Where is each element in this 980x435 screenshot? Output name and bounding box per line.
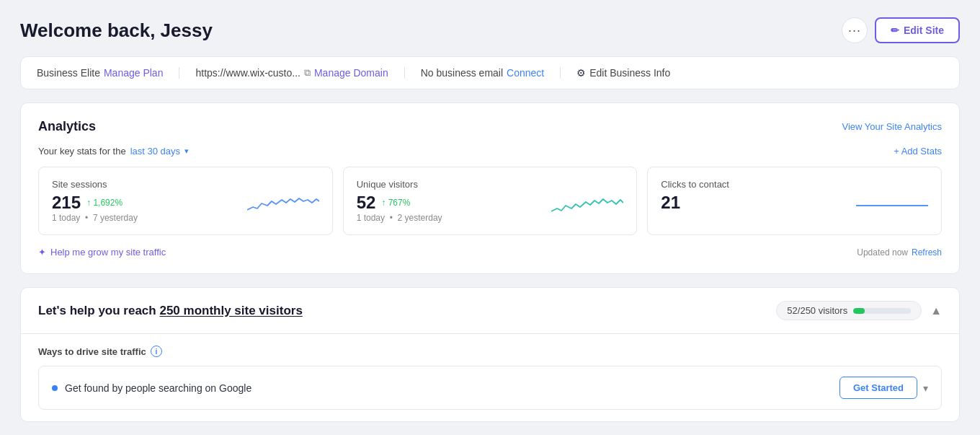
ways-section: Ways to drive site traffic i Get found b… (21, 334, 959, 421)
gear-icon: ⚙ (576, 67, 586, 79)
ways-header: Ways to drive site traffic i (38, 346, 942, 357)
chevron-down-icon: ▾ (184, 146, 189, 156)
domain-info: https://www.wix-custo... ⧉ Manage Domain (195, 67, 404, 79)
period-dropdown[interactable]: last 30 days (130, 146, 180, 157)
stat-sub-visitors: 1 today • 2 yesterday (357, 213, 442, 223)
google-row-text: Get found by people searching on Google (65, 382, 251, 394)
manage-domain-link[interactable]: Manage Domain (314, 67, 388, 79)
more-icon: ··· (848, 23, 861, 38)
page-title: Welcome back, Jessy (20, 19, 213, 42)
stat-sub-sessions: 1 today • 7 yesterday (52, 213, 138, 223)
analytics-title: Analytics (38, 119, 96, 134)
analytics-footer: ✦ Help me grow my site traffic Updated n… (38, 247, 942, 258)
bullet-dot (52, 385, 58, 391)
reach-header: Let's help you reach 250 monthly site vi… (21, 288, 959, 334)
google-row-left: Get found by people searching on Google (52, 382, 251, 394)
stat-left-clicks: 21 (661, 193, 680, 213)
stats-period-header: Your key stats for the last 30 days ▾ + … (38, 146, 942, 157)
email-info: No business email Connect (421, 67, 561, 79)
connect-email-link[interactable]: Connect (507, 67, 544, 79)
stat-chart-clicks (680, 193, 928, 219)
header-actions: ··· ✏ Edit Site (842, 17, 960, 43)
stat-chart-visitors (442, 193, 624, 219)
reach-card: Let's help you reach 250 monthly site vi… (20, 287, 960, 422)
external-link-icon: ⧉ (304, 67, 311, 79)
analytics-card: Analytics View Your Site Analytics Your … (20, 102, 960, 274)
get-started-button[interactable]: Get Started (839, 377, 917, 399)
google-row-right: Get Started ▾ (839, 377, 928, 399)
visitors-badge: 52/250 visitors (776, 301, 922, 320)
stat-card-visitors: Unique visitors 52 ↑ 767% 1 today • 2 ye… (343, 167, 638, 235)
period-text: Your key stats for the (38, 146, 126, 157)
stat-label-clicks: Clicks to contact (661, 179, 928, 190)
no-email-label: No business email (421, 67, 503, 79)
view-analytics-link[interactable]: View Your Site Analytics (842, 121, 942, 132)
info-icon[interactable]: i (151, 346, 162, 357)
stat-card-clicks: Clicks to contact 21 (647, 167, 942, 235)
stat-change-sessions: ↑ 1,692% (86, 198, 122, 208)
stat-card-sessions: Site sessions 215 ↑ 1,692% 1 today • 7 y… (38, 167, 333, 235)
edit-icon: ✏ (891, 25, 899, 36)
plan-info: Business Elite Manage Plan (37, 67, 179, 79)
reach-title: Let's help you reach 250 monthly site vi… (38, 304, 303, 318)
google-row: Get found by people searching on Google … (38, 366, 942, 410)
analytics-header: Analytics View Your Site Analytics (38, 119, 942, 134)
stat-label-visitors: Unique visitors (357, 179, 624, 190)
stat-value-sessions: 215 (52, 193, 81, 213)
stat-label-sessions: Site sessions (52, 179, 319, 190)
manage-plan-link[interactable]: Manage Plan (104, 67, 164, 79)
page-header: Welcome back, Jessy ··· ✏ Edit Site (20, 17, 960, 43)
stat-value-row-clicks: 21 (661, 193, 680, 213)
updated-status: Updated now Refresh (857, 247, 942, 258)
stat-value-row-visitors: 52 ↑ 767% (357, 193, 442, 213)
stat-value-clicks: 21 (661, 193, 680, 213)
stats-period: Your key stats for the last 30 days ▾ (38, 146, 189, 157)
edit-business-label[interactable]: Edit Business Info (589, 67, 670, 79)
expand-row-button[interactable]: ▾ (923, 382, 928, 394)
stat-value-row-sessions: 215 ↑ 1,692% (52, 193, 138, 213)
stat-main-row-visitors: 52 ↑ 767% 1 today • 2 yesterday (357, 193, 624, 223)
stat-left-sessions: 215 ↑ 1,692% 1 today • 7 yesterday (52, 193, 138, 223)
progress-bar (853, 308, 911, 314)
stat-change-visitors: ↑ 767% (381, 198, 410, 208)
progress-bar-fill (853, 308, 865, 314)
stat-chart-sessions (138, 193, 319, 219)
info-bar: Business Elite Manage Plan https://www.w… (20, 56, 960, 89)
stat-value-visitors: 52 (357, 193, 376, 213)
more-button[interactable]: ··· (842, 17, 868, 43)
business-info: ⚙ Edit Business Info (576, 67, 670, 79)
stats-grid: Site sessions 215 ↑ 1,692% 1 today • 7 y… (38, 167, 942, 235)
refresh-link[interactable]: Refresh (912, 247, 942, 258)
sparkle-icon: ✦ (38, 247, 46, 258)
plan-label: Business Elite (37, 67, 100, 79)
stat-left-visitors: 52 ↑ 767% 1 today • 2 yesterday (357, 193, 442, 223)
grow-traffic-button[interactable]: ✦ Help me grow my site traffic (38, 247, 166, 258)
collapse-button[interactable]: ▲ (930, 304, 942, 317)
domain-url: https://www.wix-custo... (195, 67, 300, 79)
reach-right: 52/250 visitors ▲ (776, 301, 942, 320)
edit-site-button[interactable]: ✏ Edit Site (875, 17, 960, 43)
add-stats-button[interactable]: + Add Stats (894, 146, 942, 157)
stat-main-row-sessions: 215 ↑ 1,692% 1 today • 7 yesterday (52, 193, 319, 223)
stat-main-row-clicks: 21 (661, 193, 928, 219)
